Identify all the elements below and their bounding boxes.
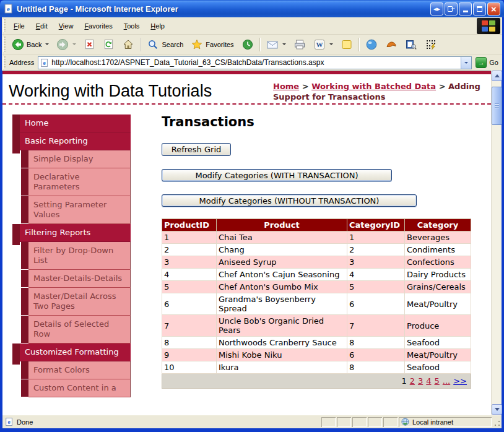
- cell-productid: 9: [162, 349, 217, 361]
- vertical-scrollbar[interactable]: [491, 71, 502, 415]
- pager-ellipsis-link[interactable]: ...: [443, 376, 450, 386]
- search-icon: [147, 38, 159, 51]
- back-label: Back: [27, 41, 41, 48]
- cell-product: Uncle Bob's Organic Dried Pears: [216, 315, 347, 337]
- sidebar-item[interactable]: Filter by Drop-Down List: [28, 242, 131, 270]
- sidebar-item[interactable]: Basic Reporting: [20, 132, 131, 150]
- pager-page-link[interactable]: 4: [426, 376, 431, 386]
- cell-productid: 3: [162, 256, 217, 269]
- grid-header-row: ProductID Product CategoryID Category: [162, 219, 471, 231]
- sidebar-item[interactable]: Master/Detail Across Two Pages: [28, 288, 131, 316]
- cell-product: Chang: [216, 244, 347, 256]
- sidebar-item[interactable]: Simple Display: [28, 150, 131, 168]
- address-input[interactable]: e http://localhost:1702/ASPNET_Data_Tuto…: [38, 56, 472, 69]
- sidebar-item[interactable]: Master-Details-Details: [28, 270, 131, 288]
- menu-item[interactable]: View: [53, 20, 79, 32]
- cell-product: Chef Anton's Cajun Seasoning: [216, 269, 347, 281]
- cell-category: Confections: [405, 256, 471, 269]
- sidebar-item[interactable]: Declarative Parameters: [28, 168, 131, 196]
- breadcrumb-separator: >: [439, 82, 446, 91]
- favorites-button[interactable]: Favorites: [187, 37, 237, 53]
- favorites-star-icon: [191, 38, 203, 51]
- toolbar-grip[interactable]: [3, 56, 6, 69]
- edit-with-word-button[interactable]: W: [310, 37, 337, 53]
- cell-categoryid: 3: [347, 256, 405, 269]
- print-button[interactable]: [290, 37, 310, 53]
- sidebar-item-label: Simple Display: [33, 154, 93, 163]
- menu-item[interactable]: File: [8, 20, 30, 32]
- status-text: Done: [17, 418, 33, 426]
- cell-category: Seafood: [405, 337, 471, 349]
- sidebar-item-label: Customized Formatting: [25, 347, 119, 356]
- history-button[interactable]: [238, 37, 258, 53]
- search-button[interactable]: Search: [143, 37, 187, 53]
- sidebar-item[interactable]: Home: [20, 114, 131, 132]
- minimize-button[interactable]: [459, 2, 472, 15]
- maximize-button[interactable]: [473, 2, 486, 15]
- sidebar-item[interactable]: Details of Selected Row: [28, 316, 131, 343]
- menu-item[interactable]: Tools: [118, 20, 146, 32]
- sidebar-item[interactable]: Filtering Reports: [20, 224, 131, 242]
- site-title: Working with Data Tutorials: [9, 82, 273, 102]
- cell-product: Northwoods Cranberry Sauce: [216, 337, 347, 349]
- toolbar-grip[interactable]: [3, 37, 6, 52]
- security-zone-pane: Local intranet: [399, 417, 492, 427]
- forward-button[interactable]: [53, 37, 80, 53]
- main-content: Transactions Refresh Grid Modify Categor…: [162, 114, 472, 389]
- stop-button[interactable]: [80, 37, 99, 52]
- go-button[interactable]: →: [476, 57, 487, 68]
- scroll-down-button[interactable]: [492, 404, 502, 415]
- address-dropdown-button[interactable]: [461, 57, 471, 69]
- cell-category: Meat/Poultry: [405, 293, 471, 315]
- toolbar-grip[interactable]: [3, 19, 6, 33]
- cell-productid: 2: [162, 244, 217, 256]
- scroll-thumb[interactable]: [492, 87, 502, 125]
- pager-page-link[interactable]: 2: [410, 376, 415, 386]
- window-extra-button-arrows[interactable]: ◀▶: [430, 2, 443, 15]
- messenger-button[interactable]: [362, 37, 381, 53]
- menu-item[interactable]: Help: [145, 20, 170, 32]
- modify-with-transaction-button[interactable]: Modify Categories (WITH TRANSACTION): [162, 169, 392, 181]
- grid-row: 10 Ikura 8 Seafood: [162, 361, 471, 374]
- qr-tool-button[interactable]: [421, 37, 441, 53]
- col-header-product: Product: [216, 219, 347, 231]
- home-button[interactable]: [118, 37, 138, 53]
- cell-categoryid: 6: [347, 349, 405, 361]
- cell-categoryid: 5: [347, 281, 405, 293]
- sidebar-item[interactable]: Format Colors: [28, 361, 131, 379]
- sidebar-item[interactable]: Custom Content in a: [28, 379, 131, 397]
- grid-row: 6 Grandma's Boysenberry Spread 6 Meat/Po…: [162, 293, 471, 315]
- pager-page-link[interactable]: 3: [418, 376, 423, 386]
- pager-row: 12345...>>: [162, 374, 471, 389]
- resize-grip[interactable]: [493, 420, 501, 428]
- status-pane: [337, 417, 351, 427]
- breadcrumb-section-link[interactable]: Working with Batched Data: [311, 82, 436, 91]
- menu-item[interactable]: Edit: [30, 20, 53, 32]
- refresh-button[interactable]: [99, 37, 118, 52]
- cell-categoryid: 8: [347, 337, 405, 349]
- grid-bolt-icon: [425, 38, 437, 51]
- sidebar-item-label: Format Colors: [33, 365, 90, 374]
- research-button[interactable]: [401, 37, 421, 53]
- snagit-button[interactable]: [381, 37, 401, 53]
- scroll-up-button[interactable]: [492, 71, 502, 81]
- window-extra-button-send[interactable]: →: [445, 2, 458, 15]
- menu-item[interactable]: Favorites: [79, 20, 118, 32]
- refresh-grid-button[interactable]: Refresh Grid: [162, 143, 231, 156]
- notes-button[interactable]: [337, 37, 357, 53]
- cell-product: Mishi Kobe Niku: [216, 349, 347, 361]
- back-button[interactable]: Back: [8, 37, 53, 53]
- grid-row: 2 Chang 2 Condiments: [162, 244, 471, 256]
- note-icon: [341, 38, 353, 51]
- pager-page-link[interactable]: 5: [435, 376, 440, 386]
- mail-button[interactable]: [263, 37, 290, 53]
- breadcrumb-home-link[interactable]: Home: [273, 82, 299, 91]
- cell-productid: 6: [162, 293, 217, 315]
- sidebar-item[interactable]: Setting Parameter Values: [28, 196, 131, 224]
- title-bar: e Untitled Page - Microsoft Internet Exp…: [0, 0, 504, 17]
- cell-productid: 7: [162, 315, 217, 337]
- close-button[interactable]: ×: [487, 2, 500, 15]
- pager-next-link[interactable]: >>: [453, 376, 467, 386]
- sidebar-item[interactable]: Customized Formatting: [20, 343, 131, 361]
- modify-without-transaction-button[interactable]: Modify Categories (WITHOUT TRANSACTION): [162, 194, 417, 207]
